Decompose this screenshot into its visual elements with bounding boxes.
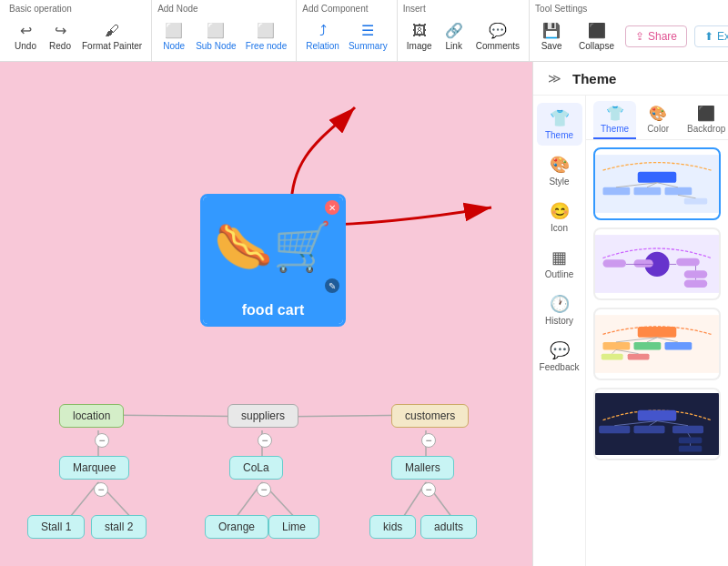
group-insert: Insert 🖼 Image 🔗 Link 💬 Comments — [398, 0, 530, 61]
collapse-icon: ⬛ — [588, 22, 606, 39]
theme-left-icon[interactable]: 👕 Theme — [537, 103, 582, 146]
image-icon: 🖼 — [412, 23, 427, 39]
root-node-edit-button[interactable]: ✎ — [325, 278, 339, 293]
export-button[interactable]: ⬆ Export — [694, 25, 728, 47]
theme-card-2[interactable] — [593, 227, 721, 300]
toolbar: Basic operation ↩ Undo ↪ Redo 🖌 Format P… — [0, 0, 728, 62]
format-painter-button[interactable]: 🖌 Format Painter — [78, 21, 146, 53]
root-node-close-button[interactable]: ✕ — [325, 200, 339, 215]
tab-color[interactable]: 🎨 Color — [640, 101, 676, 139]
free-node-icon: ⬜ — [257, 22, 275, 39]
panel-header: ≫ Theme — [533, 62, 728, 96]
suppliers-node[interactable]: suppliers — [228, 404, 298, 428]
comments-button[interactable]: 💬 Comments — [472, 20, 523, 53]
tab-theme[interactable]: 👕 Theme — [593, 101, 636, 139]
root-node-image: 🌭🛒 ✕ ✎ — [203, 197, 343, 297]
svg-rect-15 — [603, 187, 631, 196]
group-add-component: Add Component ⤴ Relation ☰ Summary — [297, 0, 398, 61]
share-button[interactable]: ⇪ Share — [625, 25, 687, 47]
theme-card-1[interactable] — [593, 147, 721, 220]
group-label-basic: Basic operation — [9, 4, 72, 14]
tab-backdrop[interactable]: ⬛ Backdrop — [680, 101, 728, 139]
marquee-node[interactable]: Marquee — [59, 456, 129, 480]
sub-node-icon: ⬜ — [207, 22, 225, 39]
panel-collapse-button[interactable]: ≫ — [544, 69, 565, 87]
relation-button[interactable]: ⤴ Relation — [302, 21, 343, 53]
summary-icon: ☰ — [361, 22, 374, 39]
group-label-insert: Insert — [403, 4, 426, 14]
cola-node[interactable]: CoLa — [229, 456, 283, 480]
suppliers-minus[interactable]: − — [258, 433, 272, 448]
group-label-add-component: Add Component — [302, 4, 368, 14]
svg-rect-36 — [638, 327, 677, 338]
marquee-minus[interactable]: − — [94, 482, 108, 497]
customers-minus[interactable]: − — [421, 433, 436, 448]
mallers-minus[interactable]: − — [421, 482, 436, 497]
save-button[interactable]: 💾 Save — [535, 20, 568, 53]
adults-node[interactable]: adults — [420, 515, 477, 539]
sub-node-button[interactable]: ⬜ Sub Node — [192, 20, 239, 53]
orange-node[interactable]: Orange — [205, 515, 268, 539]
svg-rect-49 — [599, 426, 630, 434]
icon-left-icon[interactable]: 😊 Icon — [537, 196, 582, 238]
root-node-label: food cart — [203, 297, 343, 324]
right-panel: ≫ Theme 👕 Theme 🎨 Style 😊 Icon ▦ — [532, 62, 728, 566]
group-basic-operation: Basic operation ↩ Undo ↪ Redo 🖌 Format P… — [4, 0, 152, 61]
relation-icon: ⤴ — [319, 23, 327, 39]
link-button[interactable]: 🔗 Link — [438, 20, 470, 53]
theme-card-4[interactable] — [593, 388, 721, 460]
mallers-node[interactable]: Mallers — [391, 456, 454, 480]
theme-card-2-preview — [595, 229, 719, 298]
kids-node[interactable]: kids — [369, 515, 416, 539]
stall2-node[interactable]: stall 2 — [91, 515, 147, 539]
svg-rect-16 — [634, 187, 662, 196]
node-button[interactable]: ⬜ Node — [157, 20, 190, 53]
customers-node[interactable]: customers — [391, 404, 469, 428]
undo-icon: ↩ — [20, 22, 32, 39]
image-button[interactable]: 🖼 Image — [403, 21, 436, 53]
history-left-icon[interactable]: 🕐 History — [537, 288, 582, 331]
history-left-icon-symbol: 🕐 — [550, 294, 570, 314]
svg-rect-37 — [603, 342, 631, 350]
svg-rect-38 — [634, 342, 662, 350]
location-node[interactable]: location — [59, 404, 124, 428]
link-icon: 🔗 — [445, 22, 463, 39]
collapse-button[interactable]: ⬛ Collapse — [575, 20, 618, 53]
save-icon: 💾 — [542, 22, 561, 39]
theme-cards-list — [586, 140, 728, 566]
share-icon: ⇪ — [635, 30, 644, 43]
tool-settings-items: 💾 Save ⬛ Collapse ⇪ Share ⬆ Export — [535, 15, 728, 57]
canvas[interactable]: 🌭🛒 ✕ ✎ food cart location − suppliers − … — [0, 62, 532, 566]
style-left-icon[interactable]: 🎨 Style — [537, 149, 582, 192]
svg-rect-40 — [602, 354, 623, 360]
node-icon: ⬜ — [165, 22, 183, 39]
icon-left-icon-symbol: 😊 — [550, 201, 570, 221]
svg-rect-41 — [628, 354, 650, 360]
outline-left-icon[interactable]: ▦ Outline — [537, 242, 582, 285]
svg-rect-51 — [672, 426, 703, 434]
cola-minus[interactable]: − — [257, 482, 271, 497]
svg-rect-47 — [595, 393, 719, 455]
redo-icon: ↪ — [55, 22, 66, 39]
group-label-tool-settings: Tool Settings — [535, 4, 587, 14]
theme-left-icon-symbol: 👕 — [550, 108, 570, 128]
stall1-node[interactable]: Stall 1 — [27, 515, 85, 539]
svg-rect-17 — [665, 187, 693, 196]
undo-button[interactable]: ↩ Undo — [9, 20, 42, 53]
theme-card-3[interactable] — [593, 308, 721, 380]
location-minus[interactable]: − — [95, 433, 109, 448]
add-component-items: ⤴ Relation ☰ Summary — [302, 15, 391, 57]
lime-node[interactable]: Lime — [268, 515, 319, 539]
svg-rect-14 — [638, 172, 677, 183]
feedback-left-icon[interactable]: 💬 Feedback — [537, 335, 582, 378]
redo-button[interactable]: ↪ Redo — [44, 20, 76, 53]
free-node-button[interactable]: ⬜ Free node — [242, 20, 291, 53]
group-tool-settings: Tool Settings 💾 Save ⬛ Collapse ⇪ Share … — [530, 0, 728, 61]
svg-rect-53 — [679, 446, 703, 452]
svg-rect-48 — [638, 410, 677, 421]
summary-button[interactable]: ☰ Summary — [345, 20, 391, 53]
tab-backdrop-icon: ⬛ — [697, 105, 715, 122]
root-node[interactable]: 🌭🛒 ✕ ✎ food cart — [200, 194, 346, 327]
svg-rect-39 — [665, 342, 693, 350]
svg-rect-50 — [634, 426, 665, 434]
